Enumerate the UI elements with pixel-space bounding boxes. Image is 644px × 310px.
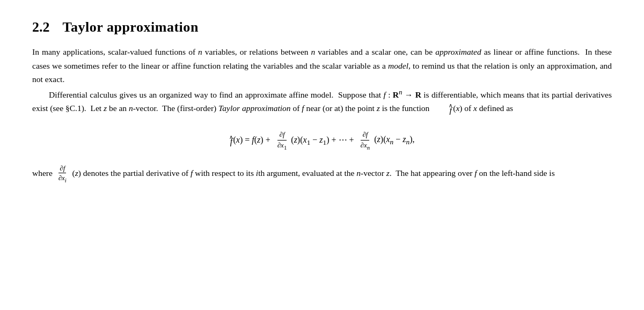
- paragraph-3: where ∂f ∂xi (z) denotes the partial der…: [32, 164, 612, 184]
- eq-mid: (z)(x1 − z1) + ⋯ +: [291, 135, 356, 147]
- eq-lhs: ∧ f (x) = f(z) +: [229, 135, 272, 146]
- content-body: In many applications, scalar-valued func…: [32, 45, 612, 184]
- page-container: 2.2 Taylor approximation In many applica…: [0, 0, 644, 310]
- paragraph-1: In many applications, scalar-valued func…: [32, 45, 612, 86]
- eq-frac2: ∂f ∂xn: [359, 130, 372, 151]
- eq-end: (z)(xn − zn),: [374, 135, 414, 146]
- section-header: 2.2 Taylor approximation: [32, 19, 612, 35]
- section-number: 2.2: [32, 19, 50, 35]
- equation-inner: ∧ f (x) = f(z) + ∂f ∂x1 (z)(x1 − z1) + ⋯…: [229, 130, 414, 151]
- inline-frac: ∂f ∂xi: [57, 164, 68, 184]
- equation-block: ∧ f (x) = f(z) + ∂f ∂x1 (z)(x1 − z1) + ⋯…: [32, 130, 612, 151]
- eq-frac1: ∂f ∂x1: [276, 130, 289, 151]
- section-title: Taylor approximation: [63, 19, 199, 35]
- paragraph-2: Differential calculus gives us an organi…: [32, 86, 612, 115]
